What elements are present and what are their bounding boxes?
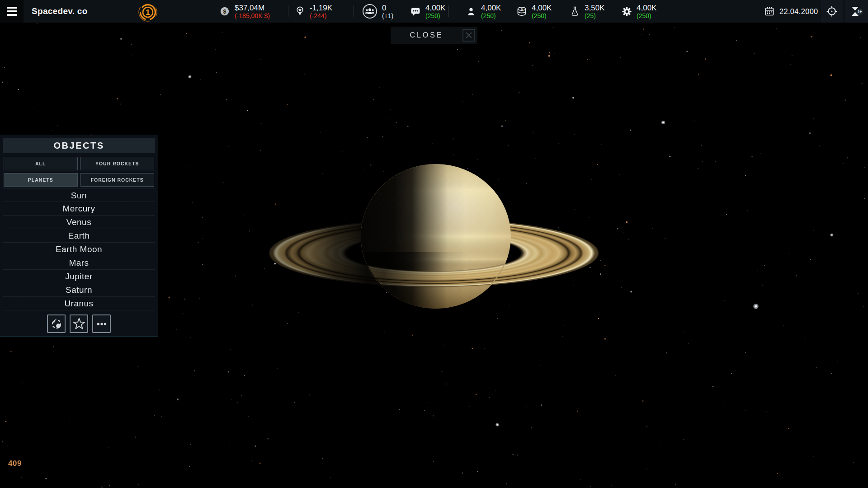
- objects-tools: [0, 314, 158, 333]
- resource-parts[interactable]: 4,00K(250): [621, 0, 656, 23]
- time-speed-button[interactable]: 1+: [845, 0, 868, 23]
- filter-your-rockets[interactable]: YOUR ROCKETS: [80, 157, 155, 170]
- divider: [404, 5, 404, 17]
- science-value: 3,50K: [585, 4, 604, 12]
- list-item-earth[interactable]: Earth: [3, 229, 155, 243]
- population-value: 0: [382, 4, 393, 12]
- dollar-coin-icon: $: [219, 6, 231, 16]
- list-item-saturn[interactable]: Saturn: [3, 283, 155, 297]
- resource-reputation[interactable]: -1,19K(-244): [294, 0, 332, 23]
- money-value: $37,04M: [235, 4, 270, 12]
- divider: [448, 5, 449, 17]
- main-menu-button[interactable]: [0, 0, 24, 23]
- saturn-planet[interactable]: [244, 154, 624, 316]
- svg-text:1: 1: [146, 8, 150, 17]
- list-item-jupiter[interactable]: Jupiter: [3, 270, 155, 283]
- flask-icon: [569, 6, 580, 17]
- orbit-view-button[interactable]: [47, 314, 66, 333]
- center-view-button[interactable]: [821, 0, 843, 23]
- app-title: Spacedev. co: [32, 0, 88, 23]
- list-item-earth-moon[interactable]: Earth Moon: [3, 243, 155, 256]
- orbit-icon: [51, 318, 62, 330]
- date-display[interactable]: 22.04.2000: [764, 0, 818, 23]
- person-icon: [465, 6, 477, 17]
- resource-population[interactable]: 0(+1): [362, 0, 393, 23]
- close-button[interactable]: CLOSE: [391, 27, 477, 44]
- parts-delta: (250): [637, 12, 656, 19]
- gear-icon: [621, 6, 632, 17]
- reputation-delta: (-244): [310, 12, 332, 19]
- divider: [354, 5, 354, 17]
- chat-bubble-icon: [410, 6, 421, 17]
- close-label: CLOSE: [391, 31, 462, 39]
- list-item-mercury[interactable]: Mercury: [3, 202, 155, 216]
- objects-list: Sun Mercury Venus Earth Earth Moon Mars …: [3, 188, 155, 310]
- ellipsis-icon: [96, 318, 108, 330]
- svg-text:$: $: [223, 8, 226, 15]
- crosshair-icon: [826, 5, 838, 17]
- medal-icon: [294, 6, 306, 17]
- resource-money[interactable]: $ $37,04M(-185,00K $): [219, 0, 270, 23]
- objects-panel-title: OBJECTS: [3, 138, 155, 153]
- money-delta: (-185,00K $): [235, 12, 270, 19]
- list-item-uranus[interactable]: Uranus: [3, 297, 155, 310]
- close-x-icon[interactable]: [462, 29, 475, 42]
- divider: [288, 5, 288, 17]
- parts-value: 4,00K: [637, 4, 656, 12]
- filter-all[interactable]: ALL: [4, 157, 78, 170]
- date-text: 22.04.2000: [779, 7, 818, 16]
- objects-panel: OBJECTS ALL YOUR ROCKETS PLANETS FOREIGN…: [0, 135, 158, 337]
- favorites-button[interactable]: [70, 314, 88, 333]
- population-delta: (+1): [382, 12, 393, 19]
- reputation-value: -1,19K: [310, 4, 332, 12]
- top-bar: Spacedev. co 1 $ $37,04M(-185,00K $) -1,…: [0, 0, 868, 23]
- population-icon: [362, 4, 378, 19]
- filter-foreign-rockets[interactable]: FOREIGN ROCKETS: [80, 173, 155, 187]
- resource-workers[interactable]: 4,00K(250): [465, 0, 501, 23]
- star-icon: [73, 318, 85, 330]
- resource-science[interactable]: 3,50K(25): [569, 0, 604, 23]
- list-item-mars[interactable]: Mars: [3, 256, 155, 270]
- resource-materials[interactable]: $ 4,00K(250): [516, 0, 552, 23]
- resource-comms[interactable]: 4,00K(250): [410, 0, 445, 23]
- filter-planets[interactable]: PLANETS: [4, 173, 78, 187]
- workers-delta: (250): [481, 12, 501, 19]
- list-item-venus[interactable]: Venus: [3, 216, 155, 229]
- calendar-icon: [764, 6, 775, 17]
- science-delta: (25): [585, 12, 604, 19]
- more-options-button[interactable]: [92, 314, 111, 333]
- hamburger-icon: [7, 5, 17, 18]
- comms-value: 4,00K: [425, 4, 445, 12]
- coins-icon: $: [516, 6, 528, 17]
- round-counter-badge[interactable]: 1: [138, 1, 158, 23]
- debug-counter: 409: [8, 459, 22, 468]
- workers-value: 4,00K: [481, 4, 501, 12]
- svg-text:1+: 1+: [858, 9, 862, 14]
- objects-filters: ALL YOUR ROCKETS PLANETS FOREIGN ROCKETS: [4, 157, 154, 187]
- comms-delta: (250): [425, 12, 445, 19]
- list-item-sun[interactable]: Sun: [3, 188, 155, 202]
- hourglass-icon: 1+: [850, 5, 863, 18]
- materials-delta: (250): [532, 12, 552, 19]
- materials-value: 4,00K: [532, 4, 552, 12]
